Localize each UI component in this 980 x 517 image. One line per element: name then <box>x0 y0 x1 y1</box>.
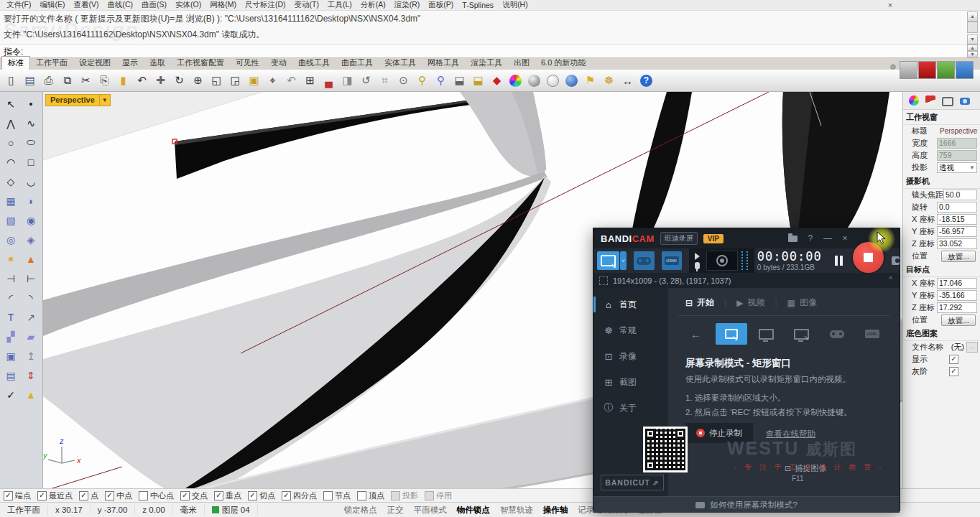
osnap-toggle[interactable]: 点 <box>79 490 98 501</box>
command-history[interactable]: 要打开的文件名称 ( 更新提示及更新图块(U)=是 浏览(B) ): "C:\U… <box>0 11 980 45</box>
menu-item[interactable]: 渲染(R) <box>391 0 424 10</box>
target-y-field[interactable]: -35.166 <box>937 290 977 301</box>
target-z-field[interactable]: 17.292 <box>937 302 977 313</box>
tool-button[interactable]: ◎ <box>1 230 21 249</box>
screenshot-button[interactable] <box>892 256 900 265</box>
tool-button[interactable]: ◗ <box>22 191 41 210</box>
toolbar-button[interactable]: ⚑ <box>581 72 599 90</box>
help-icon[interactable]: ? <box>802 233 819 243</box>
toolbar-button[interactable]: ↶ <box>133 72 151 90</box>
scroll-up-icon[interactable]: ▲ <box>967 11 978 22</box>
tab-video[interactable]: ▶视频 <box>736 297 764 309</box>
tool-button[interactable]: ◈ <box>22 230 41 249</box>
tool-button[interactable]: ✶ <box>1 249 21 269</box>
scroll-thumb[interactable] <box>967 22 978 33</box>
toolbar-button[interactable]: ⚲ <box>432 72 450 90</box>
toolbar-button[interactable]: ▄ <box>320 72 338 90</box>
menu-item[interactable]: 编辑(E) <box>36 0 68 10</box>
checkbox[interactable] <box>180 491 190 500</box>
tabbar-close-icon[interactable]: × <box>885 1 895 9</box>
toolbar-button[interactable]: ✚ <box>152 72 170 90</box>
menu-item[interactable]: 分析(A) <box>357 0 389 10</box>
menu-item[interactable]: 文件(F) <box>3 0 34 10</box>
camera-focal-field[interactable]: 50.0 <box>943 190 977 200</box>
toolbar-tab[interactable]: 渲染工具 <box>465 57 508 70</box>
toolbar-tab[interactable]: 网格工具 <box>422 57 465 70</box>
tool-button[interactable]: ⋀ <box>1 113 21 133</box>
tool-button[interactable]: • <box>22 94 41 113</box>
checkbox[interactable] <box>323 491 333 500</box>
display-tab-icon[interactable] <box>942 97 953 106</box>
toolbar-button[interactable]: ⚲ <box>413 72 431 90</box>
toolbar-button[interactable]: ⌖ <box>264 72 282 90</box>
status-toggle[interactable]: 操作轴 <box>543 505 568 516</box>
checkbox[interactable] <box>79 491 88 500</box>
menu-item[interactable]: 网格(M) <box>206 0 240 10</box>
splitter-up-icon[interactable]: ▲ <box>967 45 978 51</box>
viewport-title[interactable]: Perspective ▼ <box>45 94 111 106</box>
toolbar-button[interactable]: ▮ <box>114 72 132 90</box>
menu-item[interactable]: 查看(V) <box>70 0 102 10</box>
tool-button[interactable]: ▰ <box>22 327 41 346</box>
tool-button[interactable]: ▦ <box>1 191 21 210</box>
status-toggle[interactable]: 智慧轨迹 <box>500 505 533 516</box>
tool-button[interactable]: ▣ <box>1 346 21 365</box>
toolbar-button[interactable]: ↶ <box>282 72 300 90</box>
toolbar-button[interactable]: ? <box>637 72 655 90</box>
color-swatch[interactable] <box>956 61 974 79</box>
capture-region-bar[interactable]: 1914x1009 - (3, 28), (1917, 1037) ^ <box>593 273 900 288</box>
camera-y-field[interactable]: -56.957 <box>937 226 977 237</box>
toolbar-button[interactable]: ▯ <box>2 72 20 90</box>
microphone-icon[interactable] <box>695 262 700 269</box>
toolbar-button[interactable]: ⊕ <box>189 72 207 90</box>
menu-item[interactable]: 面板(P) <box>425 0 457 10</box>
speaker-icon[interactable] <box>695 253 703 260</box>
toolbar-tab[interactable]: 实体工具 <box>379 57 422 70</box>
tab-image[interactable]: ▦图像 <box>787 297 817 309</box>
tool-button[interactable]: ◝ <box>22 288 41 307</box>
target-place-button[interactable]: 放置... <box>941 315 976 326</box>
camera-z-field[interactable]: 33.052 <box>937 238 977 249</box>
bandicut-button[interactable]: BANDICUT⇗ <box>601 475 664 490</box>
menu-item[interactable]: 说明(H) <box>499 0 532 10</box>
toolbar-tab[interactable]: 出图 <box>508 57 535 70</box>
mode-around-mouse[interactable] <box>786 323 818 345</box>
rect-mode-dropdown[interactable]: ˅ <box>620 251 627 270</box>
status-toggle[interactable]: 正交 <box>387 505 404 516</box>
toolbar-button[interactable]: ⎘ <box>96 72 114 90</box>
tool-button[interactable]: ▞ <box>1 327 21 346</box>
checkbox[interactable] <box>214 491 223 500</box>
checkbox[interactable] <box>248 491 257 500</box>
viewport-title-dropdown-icon[interactable]: ▼ <box>100 94 111 106</box>
checkbox[interactable] <box>37 491 47 500</box>
menu-item[interactable]: 实体(O) <box>172 0 205 10</box>
color-swatch[interactable] <box>900 61 917 79</box>
camera-rotation-field[interactable]: 0.0 <box>937 202 977 213</box>
grayscale-checkbox[interactable]: ✓ <box>949 367 958 376</box>
sidebar-item[interactable]: ⌂ 首页 <box>593 295 668 314</box>
tool-button[interactable]: ✓ <box>1 385 21 404</box>
osnap-toggle[interactable]: 交点 <box>180 490 208 501</box>
show-checkbox[interactable]: ✓ <box>949 355 958 364</box>
toolbar-tab[interactable]: 显示 <box>116 57 144 70</box>
toolbar-button[interactable]: ⬓ <box>469 72 487 90</box>
osnap-toggle[interactable]: 停用 <box>425 490 452 501</box>
toolbar-button[interactable] <box>544 72 562 90</box>
checkbox[interactable] <box>391 491 400 500</box>
tool-button[interactable]: ▧ <box>1 210 21 230</box>
sidebar-item[interactable]: ⊡ 录像 <box>593 347 668 365</box>
checkbox[interactable] <box>4 491 13 500</box>
target-x-field[interactable]: 17.046 <box>937 278 977 289</box>
osnap-toggle[interactable]: 投影 <box>391 490 418 501</box>
color-swatch[interactable] <box>937 61 955 79</box>
mode-rectangle[interactable] <box>716 323 747 345</box>
toolbar-button[interactable] <box>507 72 524 90</box>
toolbar-button[interactable]: ⎙ <box>40 72 57 90</box>
toolbar-tab[interactable]: 曲线工具 <box>292 57 336 70</box>
sidebar-item[interactable]: ⓘ 关于 <box>593 399 668 417</box>
viewport-title-label[interactable]: Perspective <box>45 94 100 106</box>
swatch-gear-icon[interactable]: ☸ <box>889 62 897 72</box>
tool-button[interactable]: ◇ <box>1 172 21 191</box>
tool-button[interactable]: ⇕ <box>22 365 41 385</box>
tool-button[interactable]: ◠ <box>1 152 21 172</box>
